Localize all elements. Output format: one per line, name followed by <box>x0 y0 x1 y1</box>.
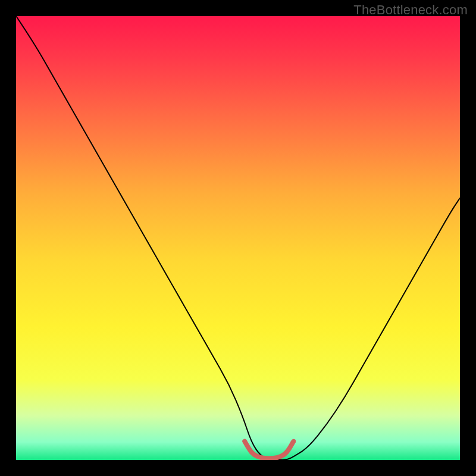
chart-background <box>16 16 460 460</box>
chart-plot-area <box>16 16 460 460</box>
chart-frame: TheBottleneck.com <box>0 0 476 476</box>
watermark-label: TheBottleneck.com <box>353 2 468 18</box>
chart-svg <box>16 16 460 460</box>
